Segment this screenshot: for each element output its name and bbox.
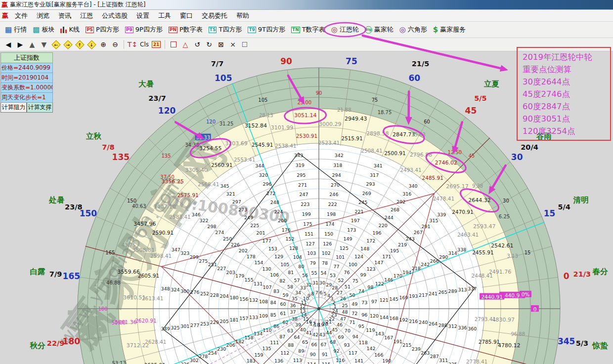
svg-text:45: 45 bbox=[469, 153, 475, 159]
menu-item-6[interactable]: 工具 bbox=[154, 10, 175, 21]
svg-text:293: 293 bbox=[366, 181, 375, 187]
svg-text:3305.40: 3305.40 bbox=[185, 167, 208, 173]
pan-right-icon: → bbox=[63, 40, 72, 49]
svg-text:346: 346 bbox=[192, 212, 201, 217]
hexagon-icon: ◎ bbox=[399, 26, 406, 33]
toolbar-item-gann-wheel[interactable]: ◎江恩轮 bbox=[328, 24, 362, 36]
svg-text:360: 360 bbox=[468, 326, 477, 331]
draw-tool-cls[interactable]: Cls bbox=[139, 40, 150, 50]
svg-text:265: 265 bbox=[438, 289, 447, 295]
toolbar-item-winner-wheel[interactable]: Big赢家轮 bbox=[362, 24, 396, 36]
draw-tool-pan-down[interactable]: ↓ bbox=[86, 40, 97, 50]
svg-text:2463.41: 2463.41 bbox=[457, 232, 479, 238]
svg-text:78: 78 bbox=[322, 260, 328, 266]
menu-item-1[interactable]: 浏览 bbox=[32, 10, 54, 21]
instrument-info-panel: 上证指数 价格=2440.9099时间=20190104变换系数=1.00000… bbox=[0, 52, 53, 113]
draw-tool-select-tool[interactable]: ☐ bbox=[239, 40, 250, 50]
toolbar-item-9p-square[interactable]: P99P四方形 bbox=[122, 24, 166, 36]
toolbar-item-p-square[interactable]: PSP四方形 bbox=[83, 24, 122, 36]
toolbar-item-9t-square[interactable]: T99T四方形 bbox=[245, 24, 288, 36]
svg-text:345: 345 bbox=[220, 183, 229, 189]
svg-text:146: 146 bbox=[384, 277, 393, 283]
svg-text:204: 204 bbox=[220, 293, 229, 299]
toolbar-item-sector[interactable]: ▩板块 bbox=[30, 24, 57, 36]
toolbar-label-quote: 行情 bbox=[14, 25, 27, 34]
window-titlebar[interactable]: 赢 赢家江恩专业版[赢家服务平台] - [上证指数 江恩轮] bbox=[0, 0, 613, 10]
calc-resistance-button[interactable]: 计算阻力 bbox=[0, 103, 27, 113]
draw-tool-triangle-tool[interactable]: △ bbox=[180, 40, 191, 50]
svg-text:291: 291 bbox=[422, 224, 431, 229]
toolbar-item-p-table[interactable]: PNP数字表 bbox=[166, 24, 206, 36]
svg-text:239: 239 bbox=[412, 346, 421, 352]
svg-text:158: 158 bbox=[245, 335, 254, 340]
svg-text:177: 177 bbox=[263, 238, 271, 243]
svg-text:74: 74 bbox=[358, 288, 364, 294]
draw-tool-rotate-ccw[interactable]: ↺ bbox=[192, 40, 203, 50]
svg-text:343: 343 bbox=[294, 153, 303, 158]
page-down-icon: ▼ bbox=[42, 40, 47, 48]
svg-text:276: 276 bbox=[190, 289, 199, 295]
draw-tool-page-down[interactable]: ▼ bbox=[39, 40, 49, 50]
menu-item-0[interactable]: 文件 bbox=[10, 10, 32, 21]
draw-tool-rect-tool[interactable] bbox=[168, 40, 179, 50]
svg-text:135: 135 bbox=[112, 152, 130, 162]
svg-text:106: 106 bbox=[270, 272, 279, 278]
draw-tool-rotate-cw[interactable]: ↻ bbox=[204, 40, 215, 50]
calc-support-button[interactable]: 计算支撑 bbox=[27, 103, 53, 113]
draw-tool-page-up[interactable]: ▲ bbox=[27, 40, 38, 50]
toolbar-item-quote[interactable]: ▦行情 bbox=[2, 24, 30, 36]
menu-item-9[interactable]: 帮助 bbox=[232, 10, 254, 21]
toolbar-item-service[interactable]: $赢家服务 bbox=[430, 24, 469, 36]
menu-item-2[interactable]: 资讯 bbox=[54, 10, 76, 21]
info-row-0: 价格=2440.9099 bbox=[0, 63, 53, 73]
draw-tool-zoom-in[interactable]: ⊕ bbox=[98, 40, 109, 50]
svg-text:292: 292 bbox=[396, 199, 405, 204]
svg-text:4: 4 bbox=[327, 293, 330, 298]
draw-tool-pan-left[interactable]: ← bbox=[50, 40, 61, 50]
svg-text:立秋: 立秋 bbox=[86, 132, 102, 141]
svg-text:2695.17: 2695.17 bbox=[446, 183, 469, 190]
svg-text:110: 110 bbox=[263, 327, 272, 333]
svg-text:216: 216 bbox=[409, 319, 418, 324]
menu-item-7[interactable]: 窗口 bbox=[175, 10, 197, 21]
draw-tool-prev[interactable]: ◀ bbox=[3, 40, 14, 50]
svg-text:18.75: 18.75 bbox=[378, 110, 392, 115]
annotation-note-box: 2019年江恩轮中轮重要点位测算30度2644点45度2746点60度2847点… bbox=[517, 47, 611, 141]
draw-tool-next[interactable]: ▶ bbox=[15, 40, 26, 50]
svg-text:222: 222 bbox=[328, 202, 337, 207]
svg-text:清明: 清明 bbox=[573, 196, 589, 204]
toolbar-label-hexagon: 六角形 bbox=[408, 25, 427, 34]
draw-tool-pan-up[interactable]: ↑ bbox=[74, 40, 85, 50]
svg-text:3152.84: 3152.84 bbox=[245, 122, 267, 129]
svg-text:3254.55: 3254.55 bbox=[199, 145, 222, 152]
svg-text:250: 250 bbox=[223, 236, 232, 242]
draw-tool-calendar[interactable]: 21 bbox=[151, 40, 162, 50]
svg-text:118: 118 bbox=[359, 340, 368, 345]
svg-text:190: 190 bbox=[382, 358, 391, 364]
toolbar-item-t-square[interactable]: TST四方形 bbox=[206, 24, 245, 36]
menu-item-8[interactable]: 交易委托 bbox=[197, 10, 232, 21]
svg-text:299: 299 bbox=[190, 254, 199, 260]
draw-tool-time-tool[interactable]: T↕ bbox=[127, 40, 138, 50]
svg-text:219: 219 bbox=[398, 242, 407, 247]
draw-tool-pan-right[interactable]: → bbox=[62, 40, 73, 50]
svg-text:53.13: 53.13 bbox=[112, 361, 126, 364]
svg-text:65: 65 bbox=[302, 339, 308, 345]
toolbar-item-hexagon[interactable]: ◎六角形 bbox=[396, 24, 430, 36]
svg-text:124: 124 bbox=[354, 254, 363, 259]
svg-text:134: 134 bbox=[254, 331, 263, 336]
draw-tool-box-delete[interactable]: ⊠ bbox=[216, 40, 226, 50]
svg-text:178: 178 bbox=[247, 254, 256, 259]
svg-text:192: 192 bbox=[399, 317, 408, 323]
svg-text:3457.96: 3457.96 bbox=[133, 221, 156, 227]
svg-text:56: 56 bbox=[302, 273, 308, 278]
menu-item-4[interactable]: 公式选股 bbox=[97, 10, 132, 21]
toolbar-item-kline[interactable]: K线 bbox=[57, 24, 83, 36]
toolbar-item-t-table[interactable]: TNT数字表 bbox=[288, 24, 328, 36]
svg-text:2793.41: 2793.41 bbox=[475, 316, 496, 322]
menu-item-3[interactable]: 江恩 bbox=[76, 10, 97, 21]
draw-tool-zoom-out[interactable]: ⊖ bbox=[110, 40, 121, 50]
draw-tool-cross-tool[interactable]: × bbox=[227, 40, 238, 50]
svg-text:198: 198 bbox=[327, 211, 336, 217]
menu-item-5[interactable]: 设置 bbox=[132, 10, 154, 21]
